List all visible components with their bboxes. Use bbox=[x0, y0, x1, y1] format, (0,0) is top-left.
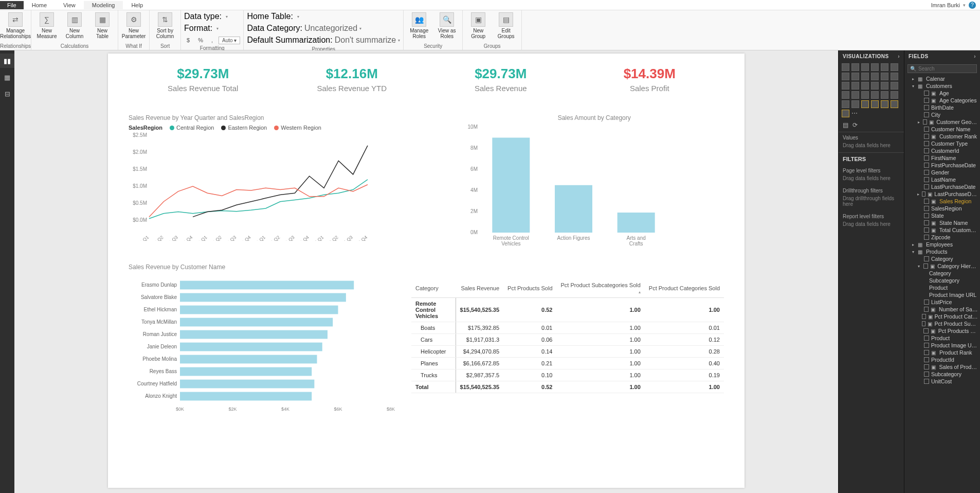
field-tree-item[interactable]: ProductId bbox=[904, 356, 980, 363]
field-tree-item[interactable]: Gender bbox=[904, 169, 980, 176]
viz-type-icon[interactable] bbox=[881, 63, 888, 71]
expand-icon[interactable]: ▸ bbox=[917, 192, 920, 197]
field-tree-item[interactable]: FirstPurchaseDate bbox=[904, 162, 980, 169]
field-tree-item[interactable]: ▣Sales of Product bbox=[904, 363, 980, 371]
field-checkbox[interactable] bbox=[922, 314, 925, 319]
viz-type-icon[interactable] bbox=[881, 91, 888, 99]
table-row[interactable]: Cars$1,917,031.30.061.000.12 bbox=[411, 334, 724, 346]
field-tree-item[interactable]: Subcategory bbox=[904, 371, 980, 378]
viz-type-icon[interactable] bbox=[842, 73, 849, 80]
field-tree-item[interactable]: ▣Customer Rank bbox=[904, 133, 980, 140]
field-checkbox[interactable] bbox=[924, 141, 929, 146]
currency-button[interactable]: $ bbox=[184, 36, 192, 44]
field-tree-item[interactable]: ▣Number of Sales bbox=[904, 306, 980, 313]
field-tree-item[interactable]: ▣Age bbox=[904, 90, 980, 97]
field-checkbox[interactable] bbox=[922, 191, 925, 197]
field-checkbox[interactable] bbox=[924, 91, 929, 96]
viz-type-icon[interactable] bbox=[881, 73, 888, 80]
field-tree-item[interactable]: UnitCost bbox=[904, 378, 980, 385]
fields-search[interactable]: 🔍 bbox=[908, 64, 977, 73]
field-tree-item[interactable]: ▣Age Categories bbox=[904, 97, 980, 104]
table-row[interactable]: Trucks$2,987,357.50.101.000.19 bbox=[411, 369, 724, 381]
table-row[interactable]: Boats$175,392.850.011.000.01 bbox=[411, 322, 724, 334]
field-checkbox[interactable] bbox=[924, 372, 929, 377]
field-checkbox[interactable] bbox=[924, 199, 929, 204]
hbar-chart[interactable]: Sales Revenue by Customer Name Erasmo Du… bbox=[129, 263, 396, 423]
field-tree-item[interactable]: ▣Sales Region bbox=[904, 198, 980, 205]
field-checkbox[interactable] bbox=[924, 213, 929, 218]
field-checkbox[interactable] bbox=[924, 357, 929, 362]
expand-icon[interactable]: ▾ bbox=[911, 250, 916, 254]
field-checkbox[interactable] bbox=[924, 184, 929, 189]
viz-type-icon[interactable] bbox=[851, 91, 859, 99]
viz-type-icon[interactable] bbox=[851, 73, 859, 80]
page-filters-dropzone[interactable]: Drag data fields here bbox=[839, 174, 904, 185]
fields-tab-icon[interactable]: ▤ bbox=[843, 121, 848, 129]
field-tree-item[interactable]: Product bbox=[904, 334, 980, 342]
table-header[interactable]: Sales Revenue bbox=[456, 279, 503, 298]
field-checkbox[interactable] bbox=[924, 364, 929, 369]
values-dropzone[interactable]: Drag data fields here bbox=[839, 142, 904, 152]
field-tree-item[interactable]: CustomerId bbox=[904, 147, 980, 154]
viz-type-icon[interactable] bbox=[851, 100, 859, 108]
viz-type-icon[interactable] bbox=[871, 63, 879, 71]
viz-type-icon[interactable] bbox=[891, 100, 898, 108]
dropdown-icon[interactable]: ▾ bbox=[226, 14, 228, 19]
new-measure-button[interactable]: ∑New Measure bbox=[34, 11, 59, 40]
manage-relationships-button[interactable]: ⇄ Manage Relationships bbox=[3, 11, 28, 40]
table-header[interactable]: Pct Products Sold bbox=[503, 279, 556, 298]
viz-type-icon[interactable] bbox=[861, 100, 869, 108]
sort-by-column-button[interactable]: ⇅Sort by Column bbox=[153, 11, 177, 40]
dropdown-icon[interactable]: ▾ bbox=[297, 14, 299, 19]
viz-type-icon[interactable] bbox=[881, 100, 888, 108]
expand-icon[interactable]: ▸ bbox=[917, 120, 921, 125]
field-tree-item[interactable]: Customer Type bbox=[904, 140, 980, 147]
viz-type-icon[interactable] bbox=[842, 100, 849, 108]
expand-icon[interactable]: ▸ bbox=[911, 77, 916, 81]
field-tree-item[interactable]: ▣Product Rank bbox=[904, 349, 980, 356]
field-tree-item[interactable]: ▣Pct Product Categories Sold bbox=[904, 313, 980, 320]
viz-type-icon[interactable] bbox=[871, 100, 879, 108]
dropdown-icon[interactable]: ▾ bbox=[216, 26, 219, 31]
expand-icon[interactable]: ▾ bbox=[917, 264, 921, 269]
field-tree-item[interactable]: ▾▦Products bbox=[904, 248, 980, 255]
field-tree-item[interactable]: ▾▦Customers bbox=[904, 82, 980, 90]
kpi-card[interactable]: $14.39M Sales Profit bbox=[575, 66, 724, 112]
user-name[interactable]: Imran Burki bbox=[931, 2, 960, 8]
field-checkbox[interactable] bbox=[924, 227, 929, 233]
percent-button[interactable]: % bbox=[195, 36, 206, 44]
bar-chart[interactable]: Sales Amount by Category 0M2M4M6M8M10MRe… bbox=[464, 114, 724, 258]
nav-data-view[interactable]: ▦ bbox=[0, 70, 14, 84]
field-checkbox[interactable] bbox=[924, 148, 929, 153]
data-table[interactable]: CategorySales RevenuePct Products SoldPc… bbox=[411, 263, 724, 423]
table-row[interactable]: Remote Control Vehicles$15,540,525.350.5… bbox=[411, 298, 724, 322]
edit-groups-button[interactable]: ▤Edit Groups bbox=[494, 11, 518, 40]
field-checkbox[interactable] bbox=[922, 321, 925, 326]
nav-report-view[interactable]: ▮▮ bbox=[0, 54, 14, 68]
field-checkbox[interactable] bbox=[924, 220, 929, 225]
table-header[interactable]: Category bbox=[411, 279, 456, 298]
field-checkbox[interactable] bbox=[924, 206, 929, 211]
menu-home[interactable]: Home bbox=[24, 1, 55, 9]
kpi-card[interactable]: $29.73M Sales Revenue bbox=[426, 66, 575, 112]
field-tree-item[interactable]: ▣Total Customers bbox=[904, 226, 980, 234]
viz-type-icon[interactable] bbox=[861, 63, 869, 71]
field-tree-item[interactable]: Product Image URL bbox=[904, 291, 980, 298]
viz-type-icon[interactable] bbox=[891, 91, 898, 99]
dropdown-icon[interactable]: ▾ bbox=[398, 38, 400, 43]
viz-type-icon[interactable] bbox=[861, 91, 869, 99]
field-checkbox[interactable] bbox=[924, 336, 929, 341]
user-menu-arrow[interactable]: ▾ bbox=[963, 3, 966, 8]
viz-type-icon[interactable] bbox=[871, 82, 879, 90]
field-tree-item[interactable]: ▣Pct Products Sold bbox=[904, 327, 980, 334]
field-checkbox[interactable] bbox=[924, 112, 929, 117]
table-row[interactable]: Helicopter$4,294,070.850.141.000.28 bbox=[411, 346, 724, 358]
viz-more-icon[interactable]: ⋯ bbox=[851, 110, 858, 117]
viz-type-icon[interactable] bbox=[871, 73, 879, 80]
field-tree-item[interactable]: Category bbox=[904, 270, 980, 277]
defsum-value[interactable]: Don't summarize bbox=[335, 36, 396, 45]
field-tree-item[interactable]: LastName bbox=[904, 176, 980, 183]
field-checkbox[interactable] bbox=[924, 163, 929, 168]
field-tree-item[interactable]: ▣Pct Product Subcategories... bbox=[904, 320, 980, 327]
field-tree-item[interactable]: ▸▦Employees bbox=[904, 241, 980, 248]
